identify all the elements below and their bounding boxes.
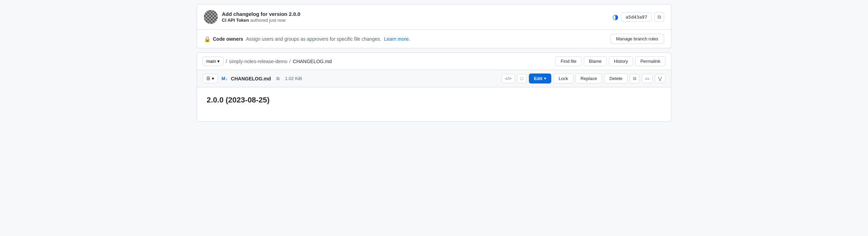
- path-separator-2: /: [289, 59, 291, 64]
- download-icon: ⋁: [658, 76, 662, 81]
- learn-more-link[interactable]: Learn more.: [384, 36, 410, 42]
- new-tab-icon: ▭: [645, 76, 649, 81]
- list-chevron-icon: ▾: [212, 76, 214, 81]
- file-header-right: </> □ Edit ▾ Lock Replace Delete ⧉ ▭ ⋁: [502, 73, 665, 83]
- edit-button[interactable]: Edit ▾: [529, 73, 552, 83]
- commit-meta: CI API Token authored just now: [222, 18, 300, 23]
- code-owners-info: 🔒 Code owners Assign users and groups as…: [204, 36, 410, 42]
- edit-label: Edit: [534, 76, 543, 81]
- file-path-actions: Find file Blame History Permalink: [555, 56, 665, 66]
- delete-button[interactable]: Delete: [604, 73, 628, 83]
- repo-name: simply-notes-release-demo: [229, 59, 287, 64]
- file-breadcrumb: main ▾ / simply-notes-release-demo / CHA…: [203, 57, 332, 66]
- raw-icon: □: [521, 76, 523, 81]
- clock-icon: ◑: [612, 13, 618, 21]
- download-button[interactable]: ⋁: [655, 74, 665, 83]
- commit-info: Add changelog for version 2.0.0 CI API T…: [204, 10, 300, 24]
- file-content: 2.0.0 (2023-08-25): [197, 87, 671, 122]
- blame-button[interactable]: Blame: [584, 56, 607, 66]
- branch-name: main: [206, 59, 216, 64]
- raw-view-button[interactable]: □: [517, 74, 527, 83]
- edit-chevron-icon: ▾: [544, 76, 546, 81]
- file-header-left: ☰ ▾ M↓ CHANGELOG.md ⧉ 1.02 KiB: [203, 74, 302, 83]
- copy-icon: ⧉: [658, 14, 661, 20]
- markdown-icon: M↓: [221, 76, 227, 81]
- copy-hash-button[interactable]: ⧉: [654, 12, 664, 22]
- find-file-button[interactable]: Find file: [555, 56, 582, 66]
- copy-path-icon: ⧉: [276, 76, 279, 81]
- shield-icon: 🔒: [204, 36, 210, 42]
- branch-chevron-icon: ▾: [217, 59, 220, 64]
- manage-branch-rules-button[interactable]: Manage branch rules: [610, 34, 664, 44]
- branch-dropdown[interactable]: main ▾: [203, 57, 224, 66]
- list-view-button[interactable]: ☰ ▾: [203, 74, 218, 83]
- list-icon: ☰: [206, 76, 210, 81]
- file-name-display: CHANGELOG.md: [231, 76, 271, 81]
- file-size-display: 1.02 KiB: [285, 76, 302, 81]
- author-avatar: [204, 10, 218, 24]
- commit-title: Add changelog for version 2.0.0: [222, 11, 300, 17]
- copy-content-button[interactable]: ⧉: [630, 74, 640, 83]
- code-owners-description: Assign users and groups as approvers for…: [246, 36, 381, 42]
- copy-content-icon: ⧉: [633, 76, 636, 81]
- code-owners-label: Code owners: [213, 36, 243, 42]
- commit-timestamp: just now: [269, 18, 286, 23]
- open-new-tab-button[interactable]: ▭: [642, 74, 653, 83]
- path-separator: /: [226, 59, 227, 64]
- commit-hash: a5d43a97: [621, 12, 652, 22]
- copy-path-button[interactable]: ⧉: [274, 75, 282, 82]
- permalink-button[interactable]: Permalink: [635, 56, 665, 66]
- commit-actions: ◑ a5d43a97 ⧉: [612, 12, 664, 22]
- commit-authored-label: authored: [250, 18, 268, 23]
- history-button[interactable]: History: [609, 56, 633, 66]
- code-icon: </>: [505, 76, 512, 81]
- commit-details: Add changelog for version 2.0.0 CI API T…: [222, 11, 300, 23]
- replace-button[interactable]: Replace: [575, 73, 602, 83]
- current-filename: CHANGELOG.md: [293, 59, 332, 64]
- commit-author: CI API Token: [222, 18, 249, 23]
- content-heading: 2.0.0 (2023-08-25): [207, 96, 661, 105]
- lock-button[interactable]: Lock: [553, 73, 573, 83]
- code-view-button[interactable]: </>: [502, 74, 515, 83]
